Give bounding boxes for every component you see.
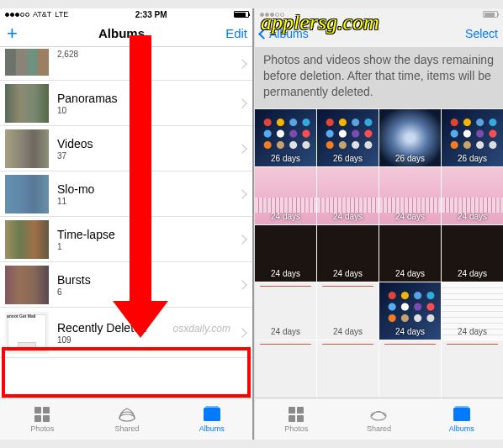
svg-rect-10	[297, 415, 304, 422]
album-name: Slo-mo	[57, 182, 94, 196]
svg-rect-6	[205, 406, 219, 408]
clock: 2:33 PM	[135, 10, 167, 19]
chevron-right-icon	[237, 98, 246, 108]
photo-cell[interactable]: 24 days	[379, 167, 441, 224]
tab-label: Albums	[199, 424, 225, 433]
album-row-slomo[interactable]: Slo-mo 11	[0, 171, 254, 217]
chevron-right-icon	[237, 235, 246, 244]
albums-navbar: + Albums Edit	[0, 20, 254, 47]
tab-label: Albums	[449, 424, 474, 433]
album-thumb	[5, 84, 49, 123]
album-row-top[interactable]: 2,628	[0, 47, 254, 81]
days-label: 24 days	[255, 327, 316, 336]
album-row-timelapse[interactable]: Time-lapse 1	[0, 217, 254, 262]
days-label: 24 days	[379, 269, 441, 278]
tab-photos[interactable]: Photos	[0, 398, 85, 440]
svg-rect-3	[43, 415, 50, 422]
days-label: 24 days	[255, 269, 316, 278]
chevron-right-icon	[237, 328, 246, 337]
tabbar: Photos Shared Albums	[0, 398, 254, 440]
album-count: 2,628	[57, 50, 78, 59]
photo-cell[interactable]: 24 days	[317, 282, 379, 340]
photo-cell[interactable]: 24 days	[255, 282, 316, 340]
edit-button[interactable]: Edit	[225, 26, 247, 40]
svg-rect-2	[34, 415, 41, 422]
days-label: 24 days	[442, 269, 503, 278]
chevron-right-icon	[237, 189, 246, 198]
tab-label: Shared	[367, 424, 391, 433]
album-name: Recently Deleted	[57, 321, 147, 335]
tabbar: Photos Shared Albums	[255, 398, 503, 440]
chevron-right-icon	[237, 280, 246, 289]
site-watermark: applersg.com	[261, 10, 379, 35]
days-label: 24 days	[379, 327, 441, 336]
album-count: 37	[57, 151, 93, 161]
photo-cell[interactable]: 24 days	[317, 225, 379, 282]
tab-label: Shared	[114, 424, 139, 433]
photo-cell[interactable]: 24 days	[255, 225, 316, 282]
recently-deleted-pane: Albums Select Photos and videos show the…	[254, 8, 503, 440]
photo-cell[interactable]: 24 days	[317, 167, 379, 224]
album-list[interactable]: 2,628 Panoramas 10 Videos 37	[0, 47, 254, 398]
carrier-label: AT&T	[33, 10, 51, 18]
thumb-alert-title: annot Get Mail	[7, 314, 47, 319]
photo-cell[interactable]: 24 days	[255, 167, 316, 224]
chevron-right-icon	[237, 144, 246, 153]
photo-cell[interactable]: 24 days	[442, 167, 503, 224]
album-row-panoramas[interactable]: Panoramas 10	[0, 81, 254, 126]
days-label: 24 days	[317, 269, 379, 278]
album-thumb	[5, 175, 49, 213]
svg-rect-13	[455, 406, 469, 408]
photo-cell[interactable]: 26 days	[317, 109, 379, 166]
album-name: Time-lapse	[57, 228, 115, 241]
days-label: 26 days	[379, 154, 441, 163]
days-label: 24 days	[442, 327, 503, 336]
tab-photos[interactable]: Photos	[255, 398, 337, 440]
photo-cell[interactable]: 26 days	[255, 109, 316, 166]
album-count: 10	[57, 106, 118, 115]
album-thumb	[5, 220, 49, 259]
svg-rect-1	[43, 407, 50, 414]
photo-cell[interactable]: 24 days	[442, 225, 503, 282]
days-label: 24 days	[442, 212, 503, 221]
photo-cell[interactable]: 24 days	[379, 282, 441, 340]
svg-rect-7	[289, 407, 295, 414]
tab-shared[interactable]: Shared	[337, 398, 420, 440]
add-album-button[interactable]: +	[7, 24, 18, 43]
svg-rect-9	[289, 415, 295, 422]
svg-rect-12	[453, 408, 470, 421]
album-thumb	[5, 129, 49, 168]
days-label: 26 days	[317, 154, 379, 163]
days-label: 26 days	[442, 154, 503, 163]
album-thumb	[5, 266, 49, 304]
album-name: Panoramas	[57, 92, 118, 105]
photo-cell[interactable]	[379, 340, 441, 398]
album-row-bursts[interactable]: Bursts 6	[0, 262, 254, 308]
tab-label: Photos	[284, 424, 308, 433]
svg-point-11	[371, 412, 386, 420]
photo-cell[interactable]: 24 days	[379, 225, 441, 282]
tab-albums[interactable]: Albums	[169, 398, 254, 440]
album-count: 1	[57, 242, 115, 251]
photo-cell[interactable]: 26 days	[442, 109, 503, 166]
status-bar: AT&T LTE 2:33 PM	[0, 8, 254, 20]
photo-cell[interactable]: 26 days	[379, 109, 441, 166]
days-label: 24 days	[379, 212, 441, 221]
network-label: LTE	[55, 10, 68, 18]
days-label: 24 days	[255, 212, 316, 221]
photo-cell[interactable]	[317, 340, 379, 398]
photo-cell[interactable]	[255, 340, 316, 398]
album-thumb: annot Get Mail	[5, 312, 49, 354]
watermark-text: osxdaily.com	[173, 323, 230, 335]
albums-pane: AT&T LTE 2:33 PM + Albums Edit 2,628 Pan…	[0, 8, 254, 440]
tab-shared[interactable]: Shared	[85, 398, 170, 440]
album-count: 6	[57, 287, 91, 297]
photo-cell[interactable]: 24 days	[442, 282, 503, 340]
tab-albums[interactable]: Albums	[421, 398, 503, 440]
info-text: Photos and videos show the days remainin…	[255, 47, 503, 108]
album-row-videos[interactable]: Videos 37	[0, 126, 254, 171]
nav-title: Albums	[98, 26, 145, 40]
photo-cell[interactable]	[442, 340, 503, 398]
photo-grid: 26 days 26 days 26 days 26 days 24 days …	[255, 109, 503, 398]
select-button[interactable]: Select	[465, 27, 498, 40]
